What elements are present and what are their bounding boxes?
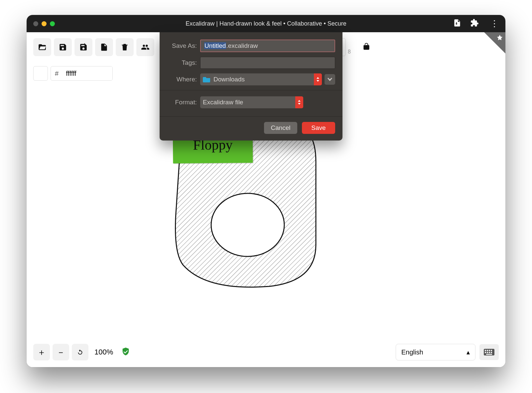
collaborate-button[interactable]: [136, 38, 154, 56]
svg-rect-7: [485, 352, 486, 353]
save-confirm-button[interactable]: Save: [302, 122, 335, 134]
format-value: Excalidraw file: [203, 99, 243, 106]
where-select[interactable]: Downloads: [200, 73, 322, 85]
lock-icon[interactable]: [362, 42, 371, 52]
shield-icon: [121, 347, 130, 357]
svg-rect-5: [489, 350, 490, 351]
traffic-lights: [33, 21, 55, 26]
zoom-controls: ＋ － 100%: [33, 344, 130, 360]
window-title: Excalidraw | Hand-drawn look & feel • Co…: [27, 20, 505, 27]
zoom-in-button[interactable]: ＋: [33, 344, 50, 360]
cancel-button[interactable]: Cancel: [264, 122, 297, 134]
save-as-input[interactable]: Untitled.excalidraw: [200, 40, 335, 52]
extension-icon[interactable]: [470, 19, 479, 29]
main-toolbar: [33, 38, 154, 56]
text-tool-shortcut: 8: [348, 49, 351, 55]
hash-label: #: [51, 70, 63, 77]
traffic-zoom[interactable]: [50, 21, 55, 26]
svg-rect-3: [485, 350, 486, 351]
language-selected: English: [401, 348, 423, 356]
chevron-up-icon: ▴: [466, 348, 470, 356]
where-value: Downloads: [213, 76, 245, 83]
format-select[interactable]: Excalidraw file: [200, 96, 303, 108]
traffic-minimize[interactable]: [42, 21, 47, 26]
background-color-control: #: [33, 66, 113, 81]
updown-icon: [314, 73, 322, 85]
save-as-button[interactable]: [74, 38, 92, 56]
color-swatch[interactable]: [33, 66, 48, 81]
tags-input[interactable]: [200, 57, 335, 69]
dialog-separator: [160, 90, 342, 90]
zoom-out-button[interactable]: －: [53, 344, 69, 360]
footer-right: English ▴: [396, 344, 499, 360]
hex-input[interactable]: [63, 66, 112, 80]
library-corner[interactable]: [484, 32, 505, 53]
zoom-level: 100%: [94, 348, 113, 356]
save-dialog: Save As: Untitled.excalidraw Tags: Where…: [160, 32, 342, 141]
app-window: Excalidraw | Hand-drawn look & feel • Co…: [27, 15, 505, 367]
folder-icon: [203, 76, 211, 82]
traffic-close[interactable]: [33, 21, 38, 26]
zoom-reset-button[interactable]: [72, 344, 88, 360]
keyboard-button[interactable]: [479, 344, 499, 360]
expand-button[interactable]: [325, 74, 335, 85]
open-button[interactable]: [33, 38, 51, 56]
app-content: A 8 #: [27, 32, 505, 367]
export-button[interactable]: [95, 38, 113, 56]
language-select[interactable]: English ▴: [396, 344, 475, 360]
save-as-label: Save As:: [167, 42, 200, 49]
format-label: Format:: [167, 99, 200, 106]
download-icon[interactable]: [453, 19, 462, 29]
where-label: Where:: [167, 76, 200, 83]
tags-label: Tags:: [167, 59, 200, 66]
svg-rect-10: [491, 352, 492, 353]
filename-base: Untitled: [204, 42, 226, 49]
trash-button[interactable]: [116, 38, 134, 56]
svg-rect-8: [487, 352, 488, 353]
dialog-footer: Cancel Save: [160, 116, 342, 141]
save-button[interactable]: [54, 38, 72, 56]
kebab-menu-icon[interactable]: ⋮: [487, 19, 501, 28]
svg-rect-4: [487, 350, 488, 351]
updown-icon: [295, 96, 303, 108]
filename-ext: .excalidraw: [226, 42, 258, 49]
svg-point-1: [211, 193, 284, 256]
window-titlebar: Excalidraw | Hand-drawn look & feel • Co…: [27, 15, 505, 32]
svg-rect-9: [489, 352, 490, 353]
svg-rect-11: [486, 354, 492, 355]
svg-rect-6: [491, 350, 492, 351]
